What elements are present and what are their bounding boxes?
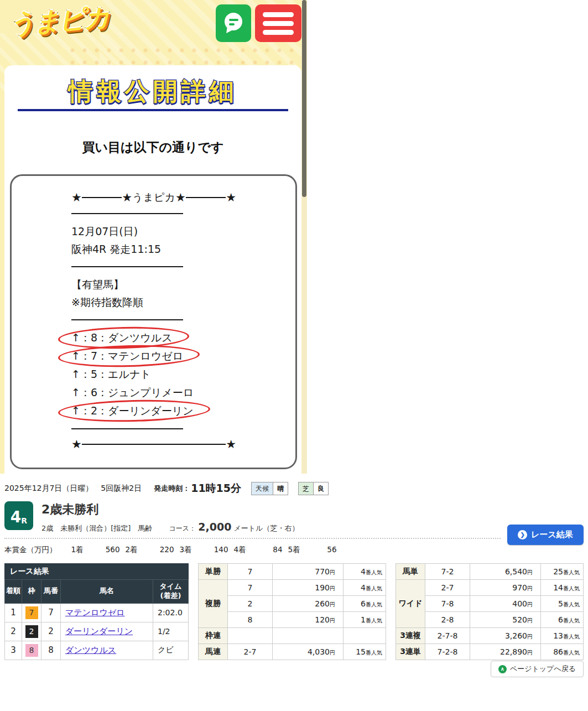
payout-amount-cell: 4,030円 <box>273 644 344 660</box>
race-result-button[interactable]: ❯ レース結果 <box>507 525 584 545</box>
payout-popularity-cell <box>344 628 386 644</box>
unit-suffix: 円 <box>330 569 335 575</box>
payout-amount-cell: 970円 <box>470 580 541 596</box>
payout-type-label: 単勝 <box>199 564 228 580</box>
tip-group-title: 【有望馬】 <box>71 276 287 293</box>
col-name: 馬名 <box>61 580 153 604</box>
payout-popularity-cell: 86番人気 <box>541 644 584 660</box>
rank-cell: 3 <box>5 641 22 660</box>
payout-type-label: ワイド <box>396 580 425 628</box>
unit-suffix: 番人気 <box>366 569 382 575</box>
tip-horse-line: ↑：2：ダーリンダーリン <box>71 402 287 420</box>
unit-suffix: 番人気 <box>563 634 580 640</box>
finish-order-table-title: レース結果 <box>4 563 189 579</box>
payout-row: 複勝7190円4番人気 <box>199 580 386 596</box>
payout-combo-cell: 2-8 <box>425 612 470 628</box>
weather-value: 晴 <box>273 482 288 495</box>
payout-popularity-cell: 25番人気 <box>541 564 584 580</box>
chevron-right-circle-icon: ❯ <box>518 530 527 539</box>
unit-suffix: 円 <box>527 569 533 575</box>
title-underline <box>18 109 288 111</box>
race-name: 2歳未勝利 <box>41 501 299 518</box>
payout-popularity-cell: 5番人気 <box>541 596 584 612</box>
hamburger-menu-button[interactable] <box>255 4 301 42</box>
frame-cell: 7 <box>22 603 41 622</box>
tip-horse-text: ↑：7：マテンロウゼロ <box>71 347 183 365</box>
unit-suffix: 円 <box>527 585 533 591</box>
race-name-block: 2歳未勝利 2歳 未勝利（混合）[指定] 馬齢 コース： 2,000 メートル（… <box>41 501 299 533</box>
scrollbar-thumb[interactable] <box>302 0 306 197</box>
section-divider <box>71 266 183 267</box>
payout-table-right: 馬単7-26,540円25番人気ワイド2-7970円14番人気7-8400円5番… <box>396 563 584 660</box>
tip-race: 阪神4R 発走11:15 <box>71 240 287 258</box>
payout-popularity-cell: 6番人気 <box>344 596 386 612</box>
prize-item: 4着84 <box>234 545 283 555</box>
payout-amount-cell: 120円 <box>273 612 344 628</box>
unit-suffix: 円 <box>330 601 335 608</box>
unit-suffix: 円 <box>527 634 533 640</box>
payout-combo-cell: 7-2 <box>425 564 470 580</box>
dotted-divider <box>4 538 501 539</box>
tip-horse-text: ↑：5：エルナト <box>71 365 151 383</box>
start-time-value: 11時15分 <box>191 481 241 496</box>
tip-horse-list: ↑：8：ダンツウルス↑：7：マテンロウゼロ↑：5：エルナト↑：6：ジュンプリメー… <box>71 329 287 420</box>
scrollbar-track[interactable] <box>301 0 307 474</box>
race-date: 2025年12月7日（日曜） 5回阪神2日 <box>4 484 142 494</box>
payout-combo-cell: 2-7 <box>425 580 470 596</box>
tip-group-note: ※期待指数降順 <box>71 293 287 311</box>
section-divider <box>71 428 183 429</box>
payout-type-label: 馬単 <box>396 564 425 580</box>
col-frame: 枠 <box>22 580 41 604</box>
star-icon: ★ <box>175 191 186 204</box>
tips-box: ★ ★うまピカ★ ★ 12月07日(日) 阪神4R 発走11:15 【有望馬】 … <box>10 174 297 469</box>
divider-line <box>186 197 226 198</box>
unit-suffix: 番人気 <box>563 585 580 591</box>
horse-name-link[interactable]: ダンツウルス <box>65 645 116 655</box>
star-icon: ★ <box>71 438 82 451</box>
unit-suffix: 番人気 <box>563 650 580 656</box>
unit-suffix: 番人気 <box>366 650 382 656</box>
ticket-brand: うまピカ <box>132 190 175 205</box>
payout-popularity-cell: 6番人気 <box>541 612 584 628</box>
chat-button[interactable] <box>216 4 251 42</box>
frame-cell: 2 <box>22 622 41 641</box>
table-row: 388ダンツウルスクビ <box>5 641 189 660</box>
payout-type-label: 3連単 <box>396 644 425 660</box>
payout-type-label: 馬連 <box>199 644 228 660</box>
prize-item: 5着56 <box>288 545 337 555</box>
star-icon: ★ <box>226 438 236 451</box>
payout-row: 馬単7-26,540円25番人気 <box>396 564 584 580</box>
payout-type-label: 複勝 <box>199 580 228 628</box>
result-tables: レース結果 着順 枠 馬番 馬名 タイム(着差) 177マテンロウゼロ2:02.… <box>4 563 584 660</box>
number-cell: 7 <box>41 603 61 622</box>
prize-item: 2着220 <box>126 545 174 555</box>
rank-cell: 1 <box>5 603 22 622</box>
horse-name-link[interactable]: マテンロウゼロ <box>65 608 124 617</box>
content-card: 情報公開詳細 買い目は以下の通りです ★ ★うまピカ★ ★ 12月07日(日) … <box>4 65 301 474</box>
unit-suffix: 円 <box>527 650 533 656</box>
payout-popularity-cell: 1番人気 <box>344 612 386 628</box>
finish-order-header-row: 着順 枠 馬番 馬名 タイム(着差) <box>5 580 189 604</box>
back-to-top-button[interactable]: ∧ ページトップへ戻る <box>491 661 584 677</box>
lead-text: 買い目は以下の通りです <box>4 139 301 156</box>
section-divider <box>71 319 183 320</box>
horse-name-link[interactable]: ダーリンダーリン <box>65 626 133 636</box>
payout-combo-cell: 8 <box>228 612 273 628</box>
star-icon: ★ <box>122 191 132 204</box>
unit-suffix: 番人気 <box>366 585 382 591</box>
prize-item: 1着560 <box>71 545 120 555</box>
payout-popularity-cell: 4番人気 <box>344 580 386 596</box>
course-label: コース： <box>169 525 196 532</box>
payout-amount-cell: 3,260円 <box>470 628 541 644</box>
unit-suffix: 番人気 <box>563 569 580 575</box>
finish-order-table: レース結果 着順 枠 馬番 馬名 タイム(着差) 177マテンロウゼロ2:02.… <box>4 563 189 660</box>
tip-horse-text: ↑：8：ダンツウルス <box>71 329 173 347</box>
unit-suffix: 番人気 <box>563 601 580 608</box>
weather-badge: 天候 晴 <box>251 482 288 495</box>
race-number-badge: 4 R <box>4 501 33 530</box>
payout-amount-cell: 260円 <box>273 596 344 612</box>
course-distance: 2,000 <box>198 521 231 533</box>
frame-cell: 8 <box>22 641 41 660</box>
payout-amount-cell: 190円 <box>273 580 344 596</box>
tip-horse-line: ↑：6：ジュンプリメーロ <box>71 383 287 402</box>
